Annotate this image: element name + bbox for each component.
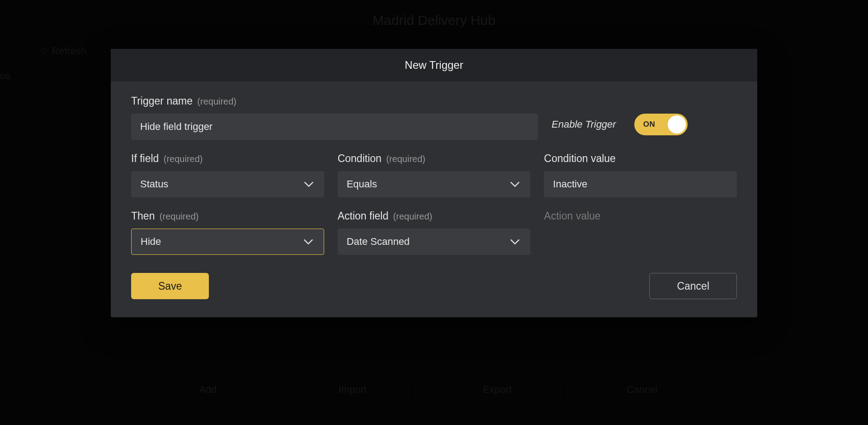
condition-value-label: Condition value [544,153,737,165]
action-value-label: Action value [544,210,737,222]
cancel-button[interactable]: Cancel [649,273,737,299]
if-field-group: If field (required) Status [131,153,324,197]
chevron-down-icon [509,178,521,191]
then-label: Then (required) [131,210,324,222]
toggle-state-label: ON [643,120,656,129]
action-field-label-text: Action field [338,210,389,222]
required-marker: (required) [197,96,236,106]
required-marker: (required) [160,211,199,221]
if-field-value: Status [140,178,168,190]
condition-label: Condition (required) [338,153,531,165]
chevron-down-icon [509,235,521,248]
action-field-label: Action field (required) [338,210,531,222]
condition-group: Condition (required) Equals [338,153,531,197]
action-field-select[interactable]: Date Scanned [338,229,531,255]
save-button[interactable]: Save [131,273,209,299]
condition-label-text: Condition [338,153,382,164]
chevron-down-icon [302,178,315,191]
condition-select[interactable]: Equals [338,171,531,197]
enable-trigger-group: Enable Trigger ON [552,114,737,140]
action-value-placeholder [544,229,737,255]
action-field-group: Action field (required) Date Scanned [338,210,531,255]
modal-body: Trigger name (required) Enable Trigger O… [111,81,757,317]
action-field-value: Date Scanned [347,236,410,248]
new-trigger-modal: New Trigger Trigger name (required) Enab… [111,49,757,317]
enable-trigger-label: Enable Trigger [552,119,616,130]
required-marker: (required) [393,211,433,221]
modal-buttons: Save Cancel [131,273,737,299]
action-value-group: Action value [544,210,737,255]
enable-trigger-toggle[interactable]: ON [634,114,688,135]
then-label-text: Then [131,210,155,222]
trigger-name-input[interactable] [131,114,538,140]
toggle-knob [668,115,686,134]
trigger-name-group: Trigger name (required) [131,95,538,140]
chevron-down-icon [302,235,315,248]
condition-value-group: Condition value [544,153,737,197]
then-select[interactable]: Hide [131,229,324,255]
if-field-label: If field (required) [131,153,324,165]
modal-title: New Trigger [111,49,757,81]
required-marker: (required) [164,154,203,164]
condition-value-input[interactable] [544,171,737,197]
required-marker: (required) [386,154,425,164]
trigger-name-label: Trigger name (required) [131,95,538,107]
if-field-label-text: If field [131,153,159,164]
then-group: Then (required) Hide [131,210,324,255]
if-field-select[interactable]: Status [131,171,324,197]
modal-overlay: New Trigger Trigger name (required) Enab… [0,0,868,425]
trigger-name-label-text: Trigger name [131,95,193,107]
condition-value: Equals [347,178,377,190]
then-value: Hide [141,236,161,248]
